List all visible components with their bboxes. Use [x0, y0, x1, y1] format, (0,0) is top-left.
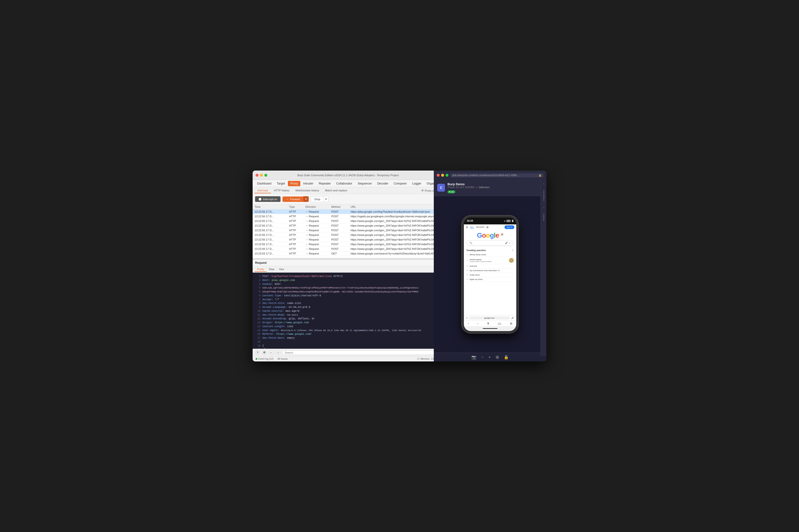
tabs-icon[interactable]: ⊞	[510, 322, 512, 325]
cell-method: POST	[329, 242, 349, 247]
screenshot-icon[interactable]: 📷	[471, 355, 476, 360]
menu-target[interactable]: Target	[274, 181, 287, 186]
tab-hex[interactable]: Hex	[277, 267, 287, 272]
phone-address-bar[interactable]: google.com	[469, 317, 510, 320]
menu-logger[interactable]: Logger	[410, 181, 424, 186]
phone-time: 10:23	[467, 220, 473, 222]
settings-device-icon[interactable]: ⊞	[496, 355, 499, 360]
forward-button[interactable]: → Forward	[282, 196, 303, 202]
table-row[interactable]: 13:22:56 17 D... HTTP → Request POST htt…	[253, 242, 444, 247]
menu-collaborator[interactable]: Collaborator	[334, 181, 355, 186]
table-row[interactable]: 13:22:56 17 D... HTTP → Request POST htt…	[253, 224, 444, 228]
tab-http-history[interactable]: HTTP history	[271, 188, 293, 193]
cell-method: GET	[329, 251, 349, 256]
sub-tabs-bar: Intercept HTTP history WebSockets histor…	[253, 187, 444, 194]
table-row[interactable]: 13:22:56 17 D... HTTP → Request POST htt…	[253, 219, 444, 224]
table-row[interactable]: 13:22:56 17 D... HTTP → Request POST htt…	[253, 233, 444, 238]
trending-item[interactable]: ↗ seat belt	[466, 264, 514, 268]
nav-back-icon[interactable]: ‹	[468, 322, 469, 325]
google-hamburger-icon: ☰	[466, 226, 468, 229]
phone-close-btn[interactable]	[437, 174, 440, 177]
tab-pretty[interactable]: Pretty	[255, 267, 266, 272]
phone-maximize-btn[interactable]	[446, 174, 448, 177]
google-tab-all[interactable]: ALL	[470, 226, 474, 229]
phone-window: jedi.enterprise.corellium.com/devices/3c…	[434, 171, 546, 361]
forward-nav-button[interactable]: →	[276, 350, 280, 355]
tab-match-replace[interactable]: Match and replace	[322, 188, 350, 193]
trending-text: nyt connections hints december 17	[469, 269, 514, 272]
tab-websockets-history[interactable]: WebSockets history	[293, 188, 322, 193]
volume-up-icon[interactable]: +	[489, 355, 491, 360]
lock-device-icon[interactable]: 🔒	[504, 355, 509, 360]
trending-text: victoria spartz United States Representa…	[469, 259, 507, 262]
code-line: 4520=JuN_xgF742Uj10NTRzHK08acrVv9fk4QriM…	[255, 286, 442, 290]
intercept-toggle-button[interactable]: ⬤ Intercept on	[255, 196, 280, 202]
nav-forward-icon[interactable]: ›	[477, 322, 478, 325]
table-row[interactable]: 13:22:56 17 D... HTTP → Request POST htt…	[253, 228, 444, 233]
forward-dropdown-button[interactable]: ▾	[303, 196, 309, 202]
back-button[interactable]: ←	[269, 350, 274, 355]
menu-sequencer[interactable]: Sequencer	[355, 181, 374, 186]
col-url: URL	[349, 204, 444, 209]
code-line: 13Origin: https://www.google.com	[255, 321, 442, 325]
menu-dashboard[interactable]: Dashboard	[255, 181, 274, 186]
trending-item[interactable]: ↗ ripple xrp rlusd	[466, 277, 514, 282]
code-line: 10Cache-Control: max-age=0	[255, 309, 442, 313]
maximize-button[interactable]	[264, 174, 267, 177]
table-row[interactable]: 13:22:56 17 D... HTTP → Request POST htt…	[253, 238, 444, 242]
trending-item[interactable]: ↗ disney bluey movie	[466, 252, 514, 257]
volume-down-icon[interactable]: −	[481, 355, 483, 360]
trending-header: Trending searches ⋮	[466, 249, 514, 251]
bookmarks-icon[interactable]: 📖	[498, 322, 501, 325]
drop-dropdown-button[interactable]: ▾	[324, 196, 329, 202]
trending-sub: United States Representative	[469, 261, 507, 262]
drop-button[interactable]: Drop	[311, 196, 324, 202]
tab-raw[interactable]: Raw	[266, 267, 277, 272]
code-line: 9Accept-Language: en-US,en;q=0.9	[255, 305, 442, 309]
menu-repeater[interactable]: Repeater	[316, 181, 333, 186]
phone-nav-bar: ‹ › ⬆ 📖 ⊞	[464, 321, 516, 326]
google-search-box[interactable]: 🔍 🎤 ⊙	[467, 240, 513, 246]
tab-intercept[interactable]: Intercept	[255, 188, 271, 193]
request-body[interactable]: 1POST /log?hasfast=true&authuser=0&forma…	[253, 272, 444, 349]
phone-minimize-btn[interactable]	[441, 174, 444, 177]
table-row[interactable]: 13:23:03 17 D... HTTP → Request GET http…	[253, 251, 444, 256]
burp-window: Burp Suite Community Edition v2024.11.1-…	[253, 171, 444, 361]
google-signin-button[interactable]: Sign in	[504, 225, 514, 229]
cell-method: POST	[329, 233, 349, 238]
table-row[interactable]: 13:22:56 17 D... HTTP → Request POST htt…	[253, 247, 444, 251]
trending-item[interactable]: ↗ victoria spartz United States Represen…	[466, 257, 514, 264]
settings-button-small[interactable]: ⚙	[262, 350, 267, 355]
trending-item[interactable]: ↗ nyt connections hints december 17	[466, 268, 514, 273]
trending-arrow-icon: ↗	[466, 265, 468, 267]
close-button[interactable]	[256, 174, 259, 177]
phone-url-bar[interactable]: jedi.enterprise.corellium.com/devices/3c…	[450, 173, 543, 177]
google-tab-images[interactable]: IMAGES	[476, 226, 484, 228]
cell-direction: → Request	[303, 228, 329, 233]
search-input[interactable]	[282, 350, 441, 355]
trending-title-text: nvidia stock	[469, 274, 514, 276]
cell-url: https://www.google.com/gen_204?atyp=i&ei…	[349, 224, 444, 228]
cell-time: 13:22:56 17 D...	[253, 224, 287, 228]
cell-type: HTTP	[287, 209, 303, 214]
trending-arrow-icon: ↗	[466, 253, 468, 256]
menu-comparer[interactable]: Comparer	[391, 181, 409, 186]
table-row[interactable]: 13:22:56 17 D... HTTP → Request POST htt…	[253, 214, 444, 219]
table-row[interactable]: 13:22:56 17 D... HTTP → Request POST htt…	[253, 209, 444, 214]
menu-proxy[interactable]: Proxy	[288, 181, 300, 186]
help-button[interactable]: ?	[255, 350, 260, 355]
trending-text: seat belt	[469, 265, 514, 267]
phone-notch: 10:23 ▲ ▌▌▌ ▓	[464, 217, 516, 224]
cell-url: https://www.google.com/gen_204?atyp=i&ei…	[349, 233, 444, 238]
minimize-button[interactable]	[260, 174, 263, 177]
code-line: 6Content-Type: text/plain;charset=UTF-8	[255, 294, 442, 298]
cell-type: HTTP	[287, 233, 303, 238]
device-info: Burp Demo iPhone 14 18.0 22A3354 ✓ Jailb…	[447, 182, 537, 193]
share-icon[interactable]: ⬆	[487, 322, 489, 325]
wifi-icon: ▲	[504, 220, 506, 222]
menu-intruder[interactable]: Intruder	[301, 181, 316, 186]
menu-decoder[interactable]: Decoder	[375, 181, 391, 186]
trending-arrow-icon: ↗	[466, 269, 468, 272]
code-line: 1POST /log?hasfast=true&authuser=0&forma…	[255, 274, 442, 279]
trending-item[interactable]: ↗ nvidia stock	[466, 273, 514, 277]
